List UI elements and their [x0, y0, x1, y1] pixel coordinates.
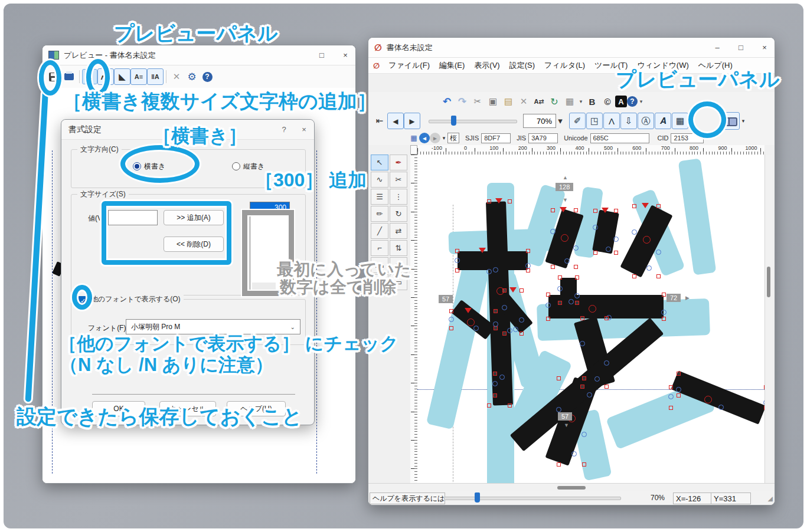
- tool-button-10[interactable]: ⌐: [371, 240, 388, 256]
- tool-button-5[interactable]: ⋮: [390, 189, 407, 205]
- vertical-scrollbar-thumb[interactable]: [767, 267, 770, 297]
- control-point-square: [662, 317, 666, 321]
- control-point-square: [614, 251, 618, 255]
- control-point-circle: [569, 299, 574, 304]
- tool-button-8[interactable]: ╱: [371, 223, 388, 239]
- text-move-button[interactable]: A⇄: [531, 94, 547, 109]
- tool-button-4[interactable]: ☰: [371, 189, 388, 205]
- back-icon[interactable]: ◄: [419, 133, 430, 143]
- frame-a-button[interactable]: Ⓐ: [638, 113, 654, 129]
- edit-a-button[interactable]: 𝑨: [655, 113, 671, 129]
- align-down-button[interactable]: ⇩: [620, 113, 637, 129]
- control-point-circle: [587, 392, 592, 398]
- char-dropdown-icon[interactable]: ▾: [440, 130, 447, 146]
- redo-button[interactable]: ↷: [455, 94, 470, 109]
- direction-handle-icon: [495, 198, 502, 203]
- highlight-ellipse-glasses: [688, 101, 726, 138]
- control-point-circle: [581, 432, 587, 437]
- paste-button[interactable]: ▤: [501, 94, 516, 109]
- horizontal-scrollbar[interactable]: [368, 483, 775, 492]
- dialog-help-button[interactable]: ?: [280, 125, 288, 134]
- glyph-stroke: [548, 295, 664, 318]
- point-select-button[interactable]: ◳: [586, 113, 603, 129]
- zoom-select[interactable]: 70%: [523, 114, 556, 128]
- preview-titlebar[interactable]: プレビュー - 書体名未設定 □ ×: [43, 45, 355, 65]
- dialog-close-button[interactable]: ×: [300, 125, 308, 134]
- barcode-frame-button[interactable]: ‖A: [147, 68, 164, 85]
- print-button[interactable]: [61, 69, 77, 84]
- more2-dropdown-icon[interactable]: ▾: [638, 94, 645, 109]
- control-point-square: [508, 403, 512, 408]
- add-vertical-frame-button[interactable]: ◣: [114, 68, 130, 85]
- vertical-scrollbar[interactable]: [764, 155, 772, 483]
- rotate-button[interactable]: ↻: [547, 94, 562, 109]
- control-point-circle: [525, 263, 531, 268]
- ruler-label: 800: [686, 145, 703, 151]
- control-point-square: [605, 316, 609, 320]
- control-point-circle: [661, 310, 666, 315]
- undo-button[interactable]: ↶: [439, 94, 455, 109]
- fill-button[interactable]: A: [615, 96, 627, 107]
- tool-button-6[interactable]: ✏: [371, 206, 388, 222]
- help-button[interactable]: ?: [627, 96, 638, 107]
- text-layout-frame-button[interactable]: A≡: [130, 68, 147, 85]
- close-button[interactable]: ×: [341, 51, 349, 60]
- glyph-canvas[interactable]: 128▲▼5772▶57▼: [417, 155, 764, 483]
- resize-grip[interactable]: ◢: [768, 495, 773, 503]
- outline-button[interactable]: ©: [600, 94, 615, 109]
- tool-button-2[interactable]: ∿: [371, 172, 388, 188]
- minimize-button[interactable]: –: [713, 43, 721, 52]
- control-point-square: [632, 204, 636, 208]
- main-titlebar[interactable]: ∅ 書体名未設定 – □ ×: [368, 38, 775, 58]
- radio-vertical-control[interactable]: [232, 162, 240, 170]
- tool-button-11[interactable]: ⇅: [390, 240, 407, 256]
- zoom-slider-thumb[interactable]: [451, 116, 456, 126]
- ink-tool-button[interactable]: ✐: [569, 113, 586, 129]
- help-button[interactable]: ?: [200, 69, 215, 84]
- delete-button[interactable]: ✕: [169, 69, 184, 84]
- horizontal-scrollbar-thumb[interactable]: [557, 486, 586, 490]
- cut-button[interactable]: ✂: [470, 94, 485, 109]
- control-point-square: [656, 274, 661, 278]
- control-point-square: [593, 251, 597, 255]
- control-point-circle: [493, 267, 498, 272]
- layers-button[interactable]: ▦: [562, 94, 577, 109]
- settings-button[interactable]: ⚙: [184, 69, 200, 84]
- control-point-ring: [467, 318, 475, 326]
- maximize-button[interactable]: □: [318, 51, 326, 60]
- tool-button-3[interactable]: ✂: [390, 172, 407, 188]
- control-point-circle: [519, 317, 524, 323]
- tool-button-1[interactable]: ✒: [390, 155, 407, 170]
- menu-2[interactable]: 表示(V): [470, 58, 504, 73]
- path-a-button[interactable]: Λ: [603, 113, 620, 129]
- menu-3[interactable]: 設定(S): [505, 58, 539, 73]
- copy-button[interactable]: ▣: [485, 94, 501, 109]
- nav-first-icon[interactable]: ⇤: [372, 113, 387, 129]
- more-dropdown-icon[interactable]: ▾: [577, 94, 584, 109]
- nav-next-icon[interactable]: ►: [404, 113, 420, 129]
- control-point-circle: [580, 341, 585, 346]
- delete-button[interactable]: ✕: [516, 94, 531, 109]
- menu-0[interactable]: ファイル(F): [384, 58, 434, 73]
- forward-icon[interactable]: ►: [430, 133, 440, 143]
- control-point-circle: [646, 265, 652, 271]
- maximize-button[interactable]: □: [737, 43, 745, 52]
- close-button[interactable]: ×: [760, 43, 769, 52]
- tool-button-9[interactable]: ⇄: [390, 223, 407, 239]
- control-point-square: [526, 268, 530, 272]
- tool-button-7[interactable]: ↻: [390, 206, 407, 222]
- control-point-circle: [574, 293, 580, 298]
- zoom-dropdown-icon[interactable]: ▾: [556, 113, 564, 129]
- status-zoom-thumb[interactable]: [475, 492, 480, 503]
- grid-icon[interactable]: ▦: [409, 133, 419, 143]
- ruler-corner: [410, 145, 417, 155]
- table-button[interactable]: ▦: [672, 113, 688, 129]
- menu-4[interactable]: フィルタ(L): [540, 58, 589, 73]
- menu-1[interactable]: 編集(E): [435, 58, 469, 73]
- zoom-slider[interactable]: [429, 115, 517, 127]
- status-zoom-slider[interactable]: [444, 492, 621, 503]
- tool-button-0[interactable]: ↖: [371, 155, 388, 170]
- preview-dropdown-icon[interactable]: ▾: [740, 113, 747, 129]
- nav-prev-icon[interactable]: ◄: [387, 113, 404, 129]
- bold-button[interactable]: B: [584, 94, 600, 109]
